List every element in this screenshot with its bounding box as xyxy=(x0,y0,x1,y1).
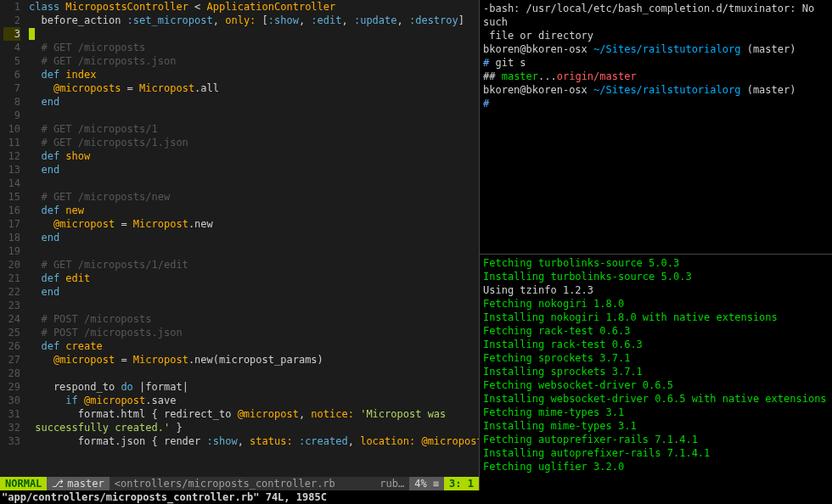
code-line[interactable]: # GET /microposts.json xyxy=(25,54,479,68)
code-line[interactable]: successfully created.' } xyxy=(25,421,479,434)
code-token xyxy=(29,395,65,406)
percent-segment: 4% ≡ xyxy=(409,477,444,490)
code-line[interactable] xyxy=(25,109,479,122)
code-token: if xyxy=(65,395,84,406)
code-token: , xyxy=(348,435,360,447)
terminal-line: Fetching turbolinks-source 5.0.3 xyxy=(483,256,829,270)
code-line[interactable]: # GET /microposts/1 xyxy=(25,122,479,136)
vim-editor[interactable]: 1234567891011121314151617181920212223242… xyxy=(0,0,479,477)
code-token: successfully created.' xyxy=(29,422,170,434)
code-token: , xyxy=(299,408,311,420)
mode-indicator: NORMAL xyxy=(0,477,47,490)
terminal-bottom-pane[interactable]: Fetching turbolinks-source 5.0.3Installi… xyxy=(480,255,832,490)
terminal-text: # xyxy=(483,57,495,69)
code-line[interactable]: # POST /microposts.json xyxy=(25,326,479,339)
code-token: |format| xyxy=(133,381,188,393)
code-token xyxy=(29,354,53,366)
terminal-text: ~/Sites/railstutorialorg xyxy=(593,43,740,55)
code-token: .new(micropost_params) xyxy=(188,354,323,366)
line-number: 29 xyxy=(3,380,20,394)
code-token: show xyxy=(65,150,90,162)
code-line[interactable]: def index xyxy=(25,68,479,81)
line-number: 11 xyxy=(3,136,20,149)
code-line[interactable]: @micropost = Micropost.new(micropost_par… xyxy=(25,353,479,367)
code-line[interactable]: format.json { render :show, status: :cre… xyxy=(25,434,479,448)
code-token: MicropostsController xyxy=(65,1,188,13)
code-line[interactable]: end xyxy=(25,231,479,244)
code-token: class xyxy=(29,1,65,13)
code-line[interactable]: # POST /microposts xyxy=(25,312,479,326)
code-token: notice: xyxy=(311,408,354,420)
code-line[interactable]: # GET /microposts/1/edit xyxy=(25,258,479,272)
terminal-line: bkoren@bkoren-osx ~/Sites/railstutorialo… xyxy=(483,42,829,56)
code-line[interactable] xyxy=(25,299,479,312)
code-token: # POST /microposts.json xyxy=(29,327,183,339)
code-token xyxy=(29,204,41,216)
code-line[interactable] xyxy=(25,27,479,41)
code-token: .all xyxy=(194,82,219,94)
code-line[interactable] xyxy=(25,367,479,380)
code-token: Micropost xyxy=(133,218,188,230)
branch-icon: ⎇ xyxy=(52,477,64,490)
code-line[interactable]: # GET /microposts/new xyxy=(25,190,479,204)
code-token xyxy=(29,82,53,94)
code-token: @micropost xyxy=(53,354,115,366)
line-number: 18 xyxy=(3,231,20,244)
code-line[interactable]: class MicropostsController < Application… xyxy=(25,0,479,14)
code-line[interactable]: end xyxy=(25,163,479,176)
code-line[interactable]: end xyxy=(25,285,479,299)
code-token: # GET /microposts xyxy=(29,42,145,53)
code-token: = xyxy=(121,82,139,94)
line-number: 28 xyxy=(3,367,20,380)
code-line[interactable]: def new xyxy=(25,204,479,217)
code-line[interactable]: before_action :set_micropost, only: [:sh… xyxy=(25,14,479,27)
code-line[interactable]: def create xyxy=(25,339,479,353)
code-line[interactable]: @microposts = Micropost.all xyxy=(25,81,479,95)
terminal-line: Installing mime-types 3.1 xyxy=(483,419,829,433)
code-line[interactable]: def edit xyxy=(25,272,479,285)
code-line[interactable]: # GET /microposts xyxy=(25,41,479,54)
code-line[interactable]: respond_to do |format| xyxy=(25,380,479,394)
line-number: 22 xyxy=(3,285,20,299)
terminal-line: file or directory xyxy=(483,29,829,42)
left-pane[interactable]: 1234567891011121314151617181920212223242… xyxy=(0,0,480,490)
code-token: @micropost xyxy=(238,408,299,420)
terminal-line: Using tzinfo 1.2.3 xyxy=(483,283,829,297)
terminal-text: (master) xyxy=(740,43,795,55)
code-token: @micropost xyxy=(84,395,145,406)
code-token: @microposts xyxy=(53,82,121,94)
terminal-line: Fetching mime-types 3.1 xyxy=(483,406,829,419)
code-token: # GET /microposts/new xyxy=(29,191,170,203)
code-token: = xyxy=(115,218,133,230)
line-number: 19 xyxy=(3,244,20,258)
git-branch-segment: ⎇ master xyxy=(47,477,109,490)
code-token: ApplicationController xyxy=(207,1,336,13)
code-line[interactable]: def show xyxy=(25,149,479,163)
position-segment: 3: 1 xyxy=(444,477,479,490)
code-line[interactable]: format.html { redirect_to @micropost, no… xyxy=(25,407,479,421)
code-line[interactable]: if @micropost.save xyxy=(25,394,479,407)
code-line[interactable]: @micropost = Micropost.new xyxy=(25,217,479,231)
code-token: format.json { render xyxy=(29,435,207,447)
code-line[interactable]: end xyxy=(25,95,479,109)
code-area[interactable]: class MicropostsController < Application… xyxy=(25,0,479,477)
code-token: create xyxy=(65,340,102,352)
code-line[interactable]: # GET /microposts/1.json xyxy=(25,136,479,149)
terminal-text: origin/master xyxy=(557,70,637,82)
code-token: .save xyxy=(145,395,176,406)
code-token: :show xyxy=(268,14,299,26)
line-number: 13 xyxy=(3,163,20,176)
code-token: , xyxy=(299,14,311,26)
code-token: :created xyxy=(299,435,348,447)
code-token: do xyxy=(121,381,132,393)
code-token xyxy=(29,218,53,230)
code-line[interactable] xyxy=(25,244,479,258)
code-token: def xyxy=(41,69,65,81)
line-number: 21 xyxy=(3,272,20,285)
code-token xyxy=(29,164,41,176)
line-number: 16 xyxy=(3,204,20,217)
code-token xyxy=(29,340,41,352)
code-token: # GET /microposts/1/edit xyxy=(29,259,188,271)
terminal-top-pane[interactable]: -bash: /usr/local/etc/bash_completion.d/… xyxy=(480,0,832,255)
code-line[interactable] xyxy=(25,176,479,190)
